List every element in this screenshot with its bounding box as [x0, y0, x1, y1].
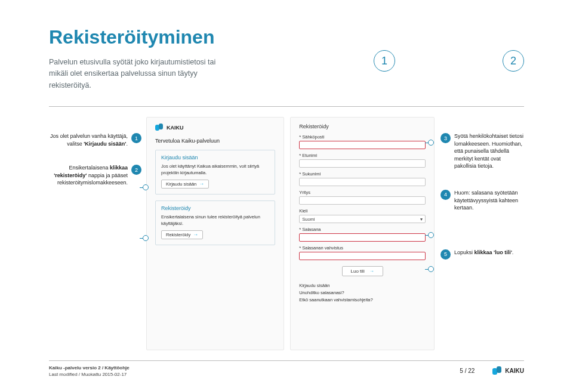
- annotation-3-text: Syötä henkilökohtaiset tietosi lomakkees…: [454, 132, 524, 170]
- password2-label: * Salasanan vahvistus: [299, 245, 426, 251]
- auth-links: Kirjaudu sisään Unohditko salasanasi? Et…: [299, 282, 426, 304]
- arrow-right-icon: →: [199, 181, 204, 187]
- org-field[interactable]: [299, 196, 426, 205]
- register-form-title: Rekisteröidy: [299, 124, 426, 129]
- callout-pointer-4: [428, 232, 434, 238]
- section-marker-1: 1: [374, 50, 395, 72]
- footer-brand-text: KAIKU: [505, 368, 524, 374]
- login-box-title: Kirjaudu sisään: [161, 155, 269, 160]
- brand-logo-icon: [492, 366, 502, 376]
- login-button-label: Kirjaudu sisään: [166, 181, 196, 187]
- callout-pointer-1: [143, 184, 149, 190]
- password-label: * Salasana: [299, 227, 426, 232]
- arrow-right-icon: →: [193, 232, 198, 237]
- register-button[interactable]: Rekisteröidy →: [161, 230, 203, 239]
- section-marker-2: 2: [503, 50, 524, 72]
- email-field[interactable]: [299, 141, 426, 149]
- register-box: Rekisteröidy Ensikertalaisena sinun tule…: [155, 200, 275, 245]
- register-box-text: Ensikertalaisena sinun tulee rekisteröit…: [161, 214, 269, 227]
- screenshot-login-panel: KAIKU Tervetuloa Kaiku-palveluun Kirjaud…: [146, 117, 284, 350]
- divider-bottom: [49, 360, 524, 361]
- lang-selected-value: Suomi: [302, 217, 315, 222]
- intro-text: Palvelun etusivulla syötät joko kirjautu…: [49, 57, 228, 91]
- screenshot-register-panel: Rekisteröidy * Sähköposti * Etunimi * Su…: [290, 117, 435, 350]
- callout-pointer-2: [143, 235, 149, 241]
- create-account-label: Luo tili: [351, 268, 365, 274]
- annotation-1-text: Jos olet palvelun vanha käyttäjä, valits…: [49, 132, 128, 147]
- create-account-button[interactable]: Luo tili →: [342, 266, 383, 276]
- annotation-3-num: 3: [440, 133, 451, 143]
- lastname-field[interactable]: [299, 178, 426, 186]
- page-number: 5 / 22: [460, 368, 475, 374]
- annotation-3: 3 Syötä henkilökohtaiset tietosi lomakke…: [440, 132, 524, 170]
- brand-logo-text: KAIKU: [167, 125, 184, 131]
- annotation-2-num: 2: [131, 165, 141, 175]
- login-box-text: Jos olet käyttänyt Kaikua aikaisemmin, v…: [161, 163, 269, 176]
- annotation-2: Ensikertalaisena klikkaa 'rekisteröidy' …: [49, 164, 141, 187]
- annotation-1-num: 1: [131, 133, 141, 143]
- welcome-heading: Tervetuloa Kaiku-palveluun: [155, 138, 275, 144]
- email-label: * Sähköposti: [299, 134, 426, 140]
- annotation-5: 5 Lopuksi klikkaa 'luo tili'.: [440, 249, 524, 260]
- footer-brand: KAIKU: [492, 366, 524, 376]
- lang-label: Kieli: [299, 208, 426, 214]
- annotation-2-text: Ensikertalaisena klikkaa 'rekisteröidy' …: [49, 164, 128, 187]
- annotation-5-text: Lopuksi klikkaa 'luo tili'.: [454, 249, 513, 257]
- page-title: Rekisteröityminen: [49, 26, 228, 48]
- login-button[interactable]: Kirjaudu sisään →: [161, 180, 209, 189]
- register-button-label: Rekisteröidy: [166, 232, 190, 237]
- arrow-right-icon: →: [369, 268, 374, 274]
- password-field[interactable]: [299, 233, 426, 242]
- password2-field[interactable]: [299, 252, 426, 260]
- divider-top: [49, 106, 524, 107]
- annotation-4-text: Huom: salasana syötetään käytettävyyssyi…: [454, 189, 524, 212]
- org-label: Yritys: [299, 190, 426, 195]
- register-box-title: Rekisteröidy: [161, 205, 269, 211]
- callout-pointer-3: [428, 140, 434, 146]
- annotation-5-num: 5: [440, 249, 451, 260]
- brand-logo: KAIKU: [155, 124, 275, 132]
- resend-confirmation-link[interactable]: Etkö saanutkaan vahvistamisohjeita?: [299, 297, 426, 304]
- brand-logo-icon: [155, 124, 164, 132]
- login-link[interactable]: Kirjaudu sisään: [299, 282, 426, 289]
- footer-doc-title: Kaiku -palvelu versio 2 / Käyttöohje: [49, 365, 130, 371]
- annotation-4-num: 4: [440, 190, 451, 200]
- annotation-1: Jos olet palvelun vanha käyttäjä, valits…: [49, 132, 141, 147]
- login-box: Kirjaudu sisään Jos olet käyttänyt Kaiku…: [155, 150, 275, 195]
- firstname-label: * Etunimi: [299, 153, 426, 158]
- callout-pointer-5: [428, 266, 434, 272]
- annotation-4: 4 Huom: salasana syötetään käytettävyyss…: [440, 189, 524, 212]
- firstname-field[interactable]: [299, 159, 426, 168]
- footer-modified: Last modified / Muokattu 2015-02-17: [49, 371, 130, 378]
- forgot-password-link[interactable]: Unohditko salasanasi?: [299, 289, 426, 297]
- lastname-label: * Sukunimi: [299, 171, 426, 177]
- lang-select[interactable]: Suomi: [299, 215, 426, 223]
